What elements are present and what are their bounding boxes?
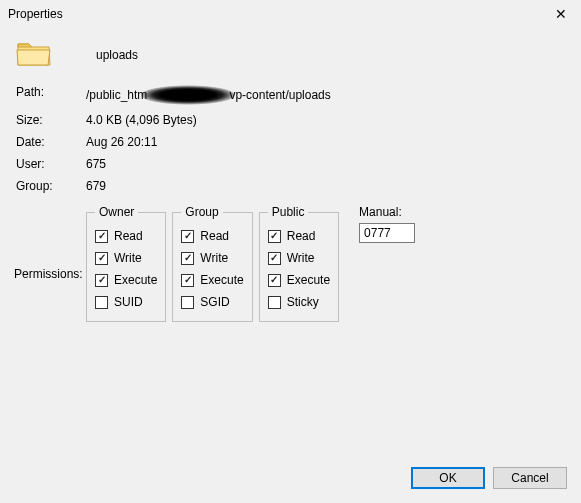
public-sticky-row[interactable]: Sticky xyxy=(268,291,330,313)
public-group: Public Read Write Execute Sticky xyxy=(259,205,339,322)
redacted-segment xyxy=(141,85,235,105)
size-value: 4.0 KB (4,096 Bytes) xyxy=(86,113,567,127)
ok-button[interactable]: OK xyxy=(411,467,485,489)
group-sgid-row[interactable]: SGID xyxy=(181,291,243,313)
checkbox-icon[interactable] xyxy=(268,274,281,287)
manual-input[interactable] xyxy=(359,223,415,243)
folder-icon xyxy=(16,38,52,71)
group-write-label: Write xyxy=(200,251,228,265)
public-read-row[interactable]: Read xyxy=(268,225,330,247)
owner-write-row[interactable]: Write xyxy=(95,247,157,269)
manual-section: Manual: xyxy=(359,205,415,243)
content-area: uploads Path: /public_htm vp-content/upl… xyxy=(0,26,581,322)
user-label: User: xyxy=(16,157,86,171)
cancel-button[interactable]: Cancel xyxy=(493,467,567,489)
public-execute-row[interactable]: Execute xyxy=(268,269,330,291)
group-legend: Group xyxy=(181,205,222,219)
permission-groups: Owner Read Write Execute SUID xyxy=(86,205,339,322)
owner-group: Owner Read Write Execute SUID xyxy=(86,205,166,322)
public-write-label: Write xyxy=(287,251,315,265)
public-write-row[interactable]: Write xyxy=(268,247,330,269)
public-execute-label: Execute xyxy=(287,273,330,287)
button-row: OK Cancel xyxy=(411,467,567,489)
user-value: 675 xyxy=(86,157,567,171)
group-value: 679 xyxy=(86,179,567,193)
checkbox-icon[interactable] xyxy=(95,296,108,309)
public-legend: Public xyxy=(268,205,309,219)
checkbox-icon[interactable] xyxy=(181,274,194,287)
checkbox-icon[interactable] xyxy=(181,230,194,243)
date-value: Aug 26 20:11 xyxy=(86,135,567,149)
group-read-label: Read xyxy=(200,229,229,243)
group-execute-label: Execute xyxy=(200,273,243,287)
checkbox-icon[interactable] xyxy=(268,230,281,243)
owner-suid-row[interactable]: SUID xyxy=(95,291,157,313)
folder-name: uploads xyxy=(96,48,138,62)
path-value: /public_htm vp-content/uploads xyxy=(86,85,567,105)
group-execute-row[interactable]: Execute xyxy=(181,269,243,291)
owner-read-label: Read xyxy=(114,229,143,243)
close-icon[interactable]: ✕ xyxy=(551,6,571,22)
window-title: Properties xyxy=(8,7,63,21)
permissions-section: Permissions: Owner Read Write Execute xyxy=(14,193,567,322)
group-label: Group: xyxy=(16,179,86,193)
path-label: Path: xyxy=(16,85,86,105)
titlebar: Properties ✕ xyxy=(0,0,581,26)
path-prefix: /public_htm xyxy=(86,88,147,102)
path-suffix: vp-content/uploads xyxy=(229,88,330,102)
checkbox-icon[interactable] xyxy=(95,230,108,243)
public-read-label: Read xyxy=(287,229,316,243)
permissions-label: Permissions: xyxy=(14,205,86,281)
group-group: Group Read Write Execute SGID xyxy=(172,205,252,322)
group-sgid-label: SGID xyxy=(200,295,229,309)
owner-execute-row[interactable]: Execute xyxy=(95,269,157,291)
group-read-row[interactable]: Read xyxy=(181,225,243,247)
info-table: Path: /public_htm vp-content/uploads Siz… xyxy=(14,85,567,193)
checkbox-icon[interactable] xyxy=(181,252,194,265)
owner-write-label: Write xyxy=(114,251,142,265)
group-write-row[interactable]: Write xyxy=(181,247,243,269)
checkbox-icon[interactable] xyxy=(181,296,194,309)
checkbox-icon[interactable] xyxy=(95,274,108,287)
folder-header: uploads xyxy=(14,34,567,85)
manual-label: Manual: xyxy=(359,205,415,219)
owner-execute-label: Execute xyxy=(114,273,157,287)
checkbox-icon[interactable] xyxy=(95,252,108,265)
date-label: Date: xyxy=(16,135,86,149)
size-label: Size: xyxy=(16,113,86,127)
owner-suid-label: SUID xyxy=(114,295,143,309)
owner-read-row[interactable]: Read xyxy=(95,225,157,247)
public-sticky-label: Sticky xyxy=(287,295,319,309)
checkbox-icon[interactable] xyxy=(268,296,281,309)
owner-legend: Owner xyxy=(95,205,138,219)
checkbox-icon[interactable] xyxy=(268,252,281,265)
